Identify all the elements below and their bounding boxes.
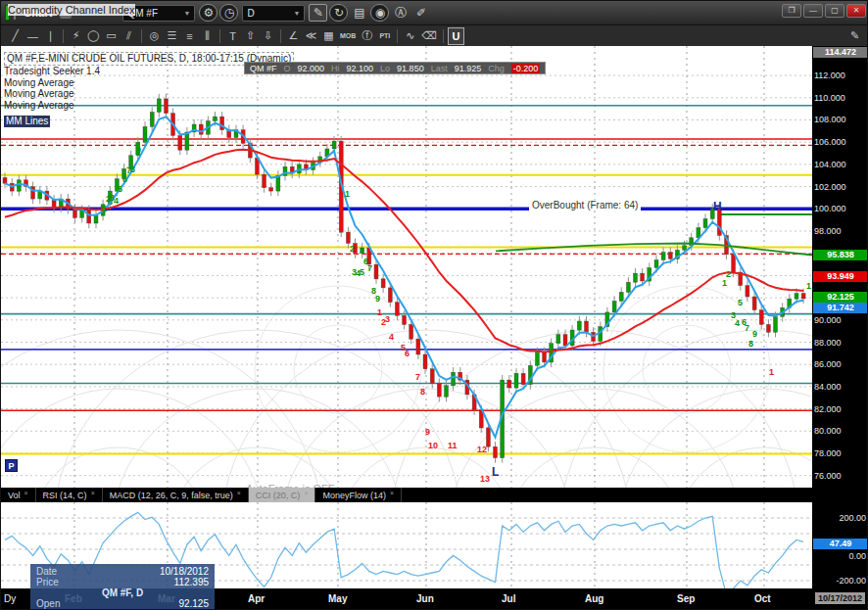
count-label: 9 — [425, 427, 430, 437]
cci-pane-title: Commodity Channel Index — [8, 4, 135, 16]
price-badge: 92.125 — [813, 292, 868, 303]
count-label: 5 — [360, 267, 364, 277]
price-badge: 93.949 — [813, 271, 868, 282]
close-button[interactable]: ✕ — [846, 4, 866, 18]
indicator-tab-vol[interactable]: Vol× — [1, 488, 36, 502]
count-label: 10 — [428, 441, 438, 450]
pencil-icon[interactable]: ✎ — [309, 4, 327, 22]
price-tick-label: 106.000 — [814, 137, 865, 147]
restore-button[interactable]: ❐ — [782, 4, 801, 18]
cci-value-badge: 47.49 — [813, 539, 868, 549]
count-label: 9 — [752, 329, 757, 339]
cci-axis[interactable]: 47.49 200.000.00-200.00 — [812, 502, 868, 588]
play-icon[interactable]: ◉ — [370, 4, 389, 22]
chart-legend: QM #F,E-MINI CRUDE OIL FUTURES, D, 18:00… — [4, 48, 294, 128]
last-date-badge: 10/17/2012 — [815, 592, 865, 604]
indicator-tab-rsi[interactable]: RSI (14, C)× — [36, 488, 103, 502]
price-tick-label: 98.000 — [814, 226, 865, 236]
quote-field-value: -0.200 — [511, 64, 541, 73]
price-tick-label: 82.000 — [814, 404, 865, 414]
count-label: 1 — [345, 189, 350, 199]
quote-field-value: 91.925 — [455, 64, 482, 73]
month-label: Jul — [502, 593, 515, 604]
minimize-button[interactable]: — — [803, 4, 823, 18]
indicator-tab-cci[interactable]: CCI (20, C)× — [249, 488, 316, 502]
toolbar-separator — [219, 29, 220, 43]
quote-field-value: 92.100 — [347, 64, 374, 73]
legend-line[interactable]: Moving Average — [4, 100, 294, 112]
rectangle-icon[interactable]: ▭ — [103, 27, 120, 45]
count-label: 7 — [745, 323, 749, 333]
horizontal-line-icon[interactable]: — — [24, 27, 41, 45]
auto-icon[interactable]: Ⓐ — [391, 4, 410, 22]
tooltip-date-label: Date — [36, 566, 57, 577]
price-tick-label: 100.000 — [814, 204, 865, 213]
tab-close-icon[interactable]: × — [24, 490, 28, 496]
price-tick-label: 108.000 — [814, 115, 865, 124]
legend-line[interactable]: Moving Average — [4, 77, 294, 89]
price-tick-label: 112.000 — [814, 70, 865, 80]
fib-arc-icon[interactable]: ≪ — [303, 27, 319, 45]
time-lines-icon[interactable]: ⫼ — [199, 27, 216, 45]
chart-edit-icon[interactable]: ✎ — [846, 27, 863, 45]
interval-dropdown[interactable]: D ▼ — [242, 5, 305, 22]
quote-board-icon[interactable]: ▤ — [350, 4, 368, 22]
vertical-line-icon[interactable]: ❘ — [42, 27, 59, 45]
pti-icon[interactable]: PTI — [376, 27, 393, 45]
cursor-tooltip: Date10/18/2012 Price112.395 QM #F, D Ope… — [30, 564, 215, 609]
price-badge: 91.742 — [813, 303, 868, 313]
frame-icon[interactable]: ⓕ — [359, 27, 375, 45]
price-tick-label: 80.000 — [814, 426, 865, 436]
arrow-down-icon[interactable]: ⇩ — [260, 27, 276, 45]
toolbar-separator — [63, 29, 64, 43]
quote-bar: QM #FO92.000Hi92.100Lo91.850Last91.925Ch… — [244, 62, 546, 74]
zigzag-icon[interactable]: ∿ — [402, 27, 418, 45]
clock-icon[interactable]: ◷ — [219, 4, 238, 22]
toolbar-separator — [443, 29, 444, 43]
tab-label: CCI (20, C) — [256, 491, 301, 500]
fib-fan-icon[interactable]: ∠ — [285, 27, 302, 45]
tab-close-icon[interactable]: × — [304, 490, 308, 496]
legend-line[interactable]: MM Lines — [4, 116, 50, 127]
tab-label: RSI (14, C) — [43, 491, 87, 500]
arrow-up-icon[interactable]: ⇧ — [242, 27, 259, 45]
tab-close-icon[interactable]: × — [237, 490, 241, 496]
ellipse-icon[interactable]: ◯ — [85, 27, 102, 45]
parallel-channel-icon[interactable]: ⫽ — [121, 27, 137, 45]
refresh-icon[interactable]: ↻ — [329, 4, 348, 22]
tooltip-price-value: 112.395 — [174, 577, 209, 587]
window-controls: ❐—▢✕ — [782, 4, 866, 18]
count-label: 2 — [350, 244, 355, 254]
tab-close-icon[interactable]: × — [390, 490, 394, 496]
tooltip-open-value: 92.125 — [178, 598, 209, 609]
grid-icon[interactable]: ▦ — [320, 27, 337, 45]
count-label: 11 — [448, 441, 458, 450]
interval-dropdown-value: D — [247, 8, 254, 19]
maximize-button[interactable]: ▢ — [825, 4, 844, 18]
indicator-tab-macd[interactable]: MACD (12, 26, C, 9, false, true)× — [103, 488, 249, 502]
fib-circle-icon[interactable]: ◎ — [146, 27, 163, 45]
text-icon[interactable]: T — [224, 27, 241, 45]
regression-icon[interactable]: ⚡ — [68, 27, 84, 45]
month-label: Aug — [585, 593, 603, 604]
mob-icon[interactable]: MOB — [338, 27, 358, 45]
underline-icon[interactable]: U — [448, 27, 464, 45]
legend-line[interactable]: Moving Average — [4, 88, 294, 100]
price-levels-icon[interactable]: ≡ — [181, 27, 198, 45]
toolbar-separator — [397, 29, 398, 43]
count-label: 1 — [722, 278, 727, 288]
fib-retracement-icon[interactable]: ☰ — [164, 27, 180, 45]
tab-close-icon[interactable]: × — [91, 490, 95, 496]
indicator-tab-moneyflow[interactable]: MoneyFlow (14)× — [315, 488, 402, 502]
trendline-icon[interactable]: ╱ — [7, 27, 24, 45]
high-marker: H — [713, 200, 722, 213]
gear-icon[interactable]: ⚙ — [199, 4, 217, 22]
brush-icon[interactable]: ✐ — [411, 4, 430, 22]
eraser-icon[interactable]: ⌫ — [419, 27, 439, 45]
main-chart-plot[interactable]: QM #F,E-MINI CRUDE OIL FUTURES, D, 18:00… — [1, 46, 812, 488]
price-axis[interactable]: 112.000110.000108.000106.000104.000102.0… — [812, 46, 868, 488]
price-tick-label: 102.000 — [814, 182, 865, 192]
tooltip-open-label: Open — [36, 598, 60, 609]
tab-label: Vol — [8, 491, 21, 500]
count-label: 4 — [114, 196, 119, 206]
